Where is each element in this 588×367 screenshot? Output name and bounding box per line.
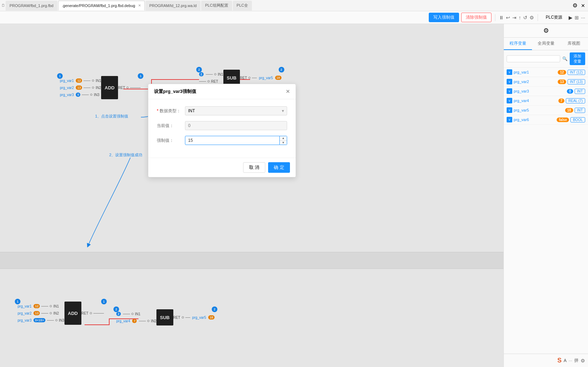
lower-in3-val: 0<15>: [33, 318, 45, 322]
data-type-row: * 数据类型： INT ▾: [157, 106, 287, 115]
lower-sub-ret-pin: RET prg_var5 18: [173, 314, 215, 321]
add-in3-val: 0: [76, 93, 80, 97]
var-row-5[interactable]: v prg_var5 18 INT: [504, 106, 588, 115]
panel-tab-program-vars[interactable]: 程序变量: [504, 38, 532, 50]
write-force-button[interactable]: 写入强制值: [429, 13, 459, 22]
tab-3-label: PROGRAM/ld_12.prg.wa.ld: [149, 4, 197, 8]
force-val-spinner[interactable]: ▲ ▼: [185, 136, 287, 145]
var-row-3[interactable]: v prg_var3 0 INT: [504, 87, 588, 96]
lower-sub-ret-dot: [182, 316, 184, 318]
gear-icon[interactable]: ⚙: [571, 1, 579, 10]
tab-4[interactable]: PLC组网配置: [201, 1, 232, 11]
force-val-input[interactable]: [185, 136, 280, 145]
add-ret-dot: [126, 87, 129, 89]
lower-in1-var: prg_var1: [18, 304, 31, 308]
play-icon[interactable]: ▶: [569, 15, 572, 20]
var-row-1[interactable]: v prg_var1 12 INT (12): [504, 68, 588, 77]
tab-5[interactable]: PLC全: [233, 1, 252, 11]
lower-sub-num: 2: [113, 306, 119, 312]
var-val-4: 7: [558, 99, 565, 103]
add-in1-dot: [92, 80, 94, 82]
lower-sub-in1-label: IN1: [135, 312, 141, 316]
columns-icon[interactable]: ⊞: [575, 15, 579, 20]
toolbar: 写入强制值 清除强制值 ⏸ ↩ ⇥ ↑ ↺ ⚙ PLC资源 ▶ ⊞ ···: [0, 11, 588, 24]
sub-in1-label: IN1: [218, 72, 223, 76]
force-val-label: 强制值：: [157, 138, 185, 144]
add-var-button[interactable]: 添加变量: [570, 52, 585, 65]
panel-tab-library[interactable]: 库视图: [560, 38, 588, 50]
var-icon-4: v: [507, 98, 512, 103]
add-block-num: 1: [57, 73, 63, 79]
var-name-1: prg_var1: [514, 70, 556, 74]
lower-sub-ret-badge: 2: [212, 306, 217, 312]
sub-box-label: SUB: [227, 75, 236, 81]
tab-2[interactable]: .generate/PROGRAM/fbd_1.prg.fbd.debug ✕: [58, 1, 145, 11]
panel-tab-1-label: 全局变量: [538, 41, 555, 46]
data-type-select[interactable]: INT ▾: [185, 106, 287, 115]
panel-footer: S A ··· 拼 ⚙: [504, 354, 588, 367]
tab-5-label: PLC全: [237, 3, 248, 8]
canvas-area[interactable]: 1 1 prg_var1 12 IN1 prg_var2: [0, 24, 503, 367]
var-icon-6: v: [507, 117, 512, 122]
lower-add-ret: 1: [101, 299, 107, 304]
lower-add-block: 1 1 prg_var1 12 IN1 prg_var2 13: [18, 302, 104, 325]
var-row-2[interactable]: v prg_var2 13 INT (13): [504, 77, 588, 87]
lower-add-ret-wire: [93, 313, 104, 314]
tab-3[interactable]: PROGRAM/ld_12.prg.wa.ld: [146, 1, 201, 11]
sub-block-num: 2: [196, 67, 202, 72]
add-in2-val: 13: [76, 86, 82, 90]
current-val-input[interactable]: [185, 121, 287, 130]
tab-2-label: .generate/PROGRAM/fbd_1.prg.fbd.debug: [62, 4, 135, 8]
settings-icon[interactable]: ⚙: [581, 358, 585, 363]
tab-1[interactable]: PROGRAM/fbd_1.prg.fbd: [6, 1, 57, 11]
add-in2-label: IN2: [95, 86, 101, 90]
step3-icon[interactable]: ↑: [519, 15, 521, 20]
sub-ret-wire: [199, 81, 206, 82]
add-in3-label: IN3: [94, 93, 99, 97]
refresh-icon[interactable]: ↺: [523, 15, 527, 20]
search-input[interactable]: [507, 55, 560, 62]
link-icon[interactable]: ⚙: [530, 15, 534, 20]
annotation-step1: 1、点击设置强制值: [95, 114, 128, 119]
cancel-button[interactable]: 取 消: [243, 162, 266, 173]
dialog-title: 设置prg_var3强制值: [154, 88, 196, 95]
var-type-3: INT: [575, 89, 585, 94]
dialog[interactable]: 设置prg_var3强制值 ✕ * 数据类型： INT ▾: [148, 84, 296, 177]
var-val-2: 13: [558, 80, 566, 84]
lower-sub-out-val: 18: [208, 315, 215, 319]
step2-icon[interactable]: ⇥: [512, 15, 516, 20]
add-ret-wire: [130, 88, 141, 88]
spinner-up[interactable]: ▲: [280, 136, 287, 141]
sub-ret-dot: [208, 80, 210, 82]
debug-icon[interactable]: ⏸: [499, 15, 504, 20]
dialog-footer: 取 消 确 定: [148, 158, 296, 177]
lower-in2-wire: [41, 313, 48, 314]
var-row-6[interactable]: v prg_var6 false BOOL: [504, 115, 588, 125]
var-row-4[interactable]: v prg_var4 7 REAL (7): [504, 96, 588, 106]
lower-in1-label: IN1: [53, 304, 59, 308]
force-val-row: 强制值： ▲ ▼: [157, 136, 287, 145]
dialog-close-button[interactable]: ✕: [286, 89, 290, 94]
step-icon[interactable]: ↩: [506, 15, 510, 20]
lower-in3-var: prg_var3: [18, 318, 31, 322]
sub-out-dot: [248, 77, 250, 79]
add-in1-wire: [83, 81, 91, 81]
more-icon[interactable]: ···: [581, 15, 585, 20]
close-icon[interactable]: ✕: [580, 1, 587, 10]
tab-2-close[interactable]: ✕: [138, 4, 141, 7]
lower-add-label: ADD: [68, 311, 78, 316]
add-in2-wire: [83, 88, 91, 88]
panel-tab-global-vars[interactable]: 全局变量: [532, 38, 560, 50]
spinner-down[interactable]: ▼: [280, 141, 287, 145]
ok-button[interactable]: 确 定: [268, 162, 290, 173]
lower-sub-in1-dot: [131, 313, 134, 315]
var-val-1: 12: [558, 70, 566, 75]
clear-force-button[interactable]: 清除强制值: [461, 13, 491, 22]
add-in1-val: 12: [76, 78, 82, 83]
panel-search-row: 🔍 添加变量: [504, 50, 588, 68]
sub-ret-label: RET: [211, 80, 218, 83]
lower-in2-dot: [50, 312, 52, 314]
plc-source-label: PLC资源: [541, 13, 567, 22]
current-val-row: 当前值：: [157, 121, 287, 130]
lower-in2-val: 13: [33, 311, 40, 315]
